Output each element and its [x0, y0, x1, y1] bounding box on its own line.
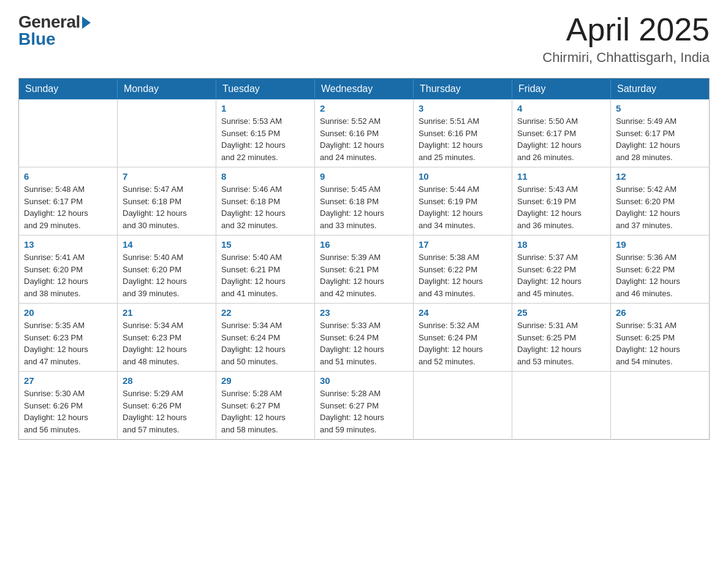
calendar-cell: 10Sunrise: 5:44 AM Sunset: 6:19 PM Dayli… — [414, 167, 512, 236]
calendar-cell: 3Sunrise: 5:51 AM Sunset: 6:16 PM Daylig… — [414, 99, 512, 167]
calendar-cell: 6Sunrise: 5:48 AM Sunset: 6:17 PM Daylig… — [19, 167, 118, 236]
page-header: General Blue April 2025 Chirmiri, Chhatt… — [18, 12, 710, 66]
day-info: Sunrise: 5:30 AM Sunset: 6:26 PM Dayligh… — [24, 388, 112, 435]
calendar-cell: 2Sunrise: 5:52 AM Sunset: 6:16 PM Daylig… — [315, 99, 414, 167]
day-number: 10 — [419, 171, 507, 182]
calendar-cell: 26Sunrise: 5:31 AM Sunset: 6:25 PM Dayli… — [611, 304, 710, 372]
day-number: 14 — [123, 239, 211, 250]
month-title: April 2025 — [542, 12, 710, 47]
calendar-cell: 4Sunrise: 5:50 AM Sunset: 6:17 PM Daylig… — [512, 99, 611, 167]
calendar-week-row: 20Sunrise: 5:35 AM Sunset: 6:23 PM Dayli… — [19, 304, 710, 372]
day-number: 1 — [221, 103, 309, 113]
calendar-cell: 17Sunrise: 5:38 AM Sunset: 6:22 PM Dayli… — [414, 236, 512, 304]
day-info: Sunrise: 5:50 AM Sunset: 6:17 PM Dayligh… — [517, 115, 605, 163]
day-info: Sunrise: 5:40 AM Sunset: 6:20 PM Dayligh… — [123, 251, 211, 299]
day-number: 25 — [517, 307, 605, 318]
calendar-cell: 11Sunrise: 5:43 AM Sunset: 6:19 PM Dayli… — [512, 167, 611, 236]
calendar-cell: 28Sunrise: 5:29 AM Sunset: 6:26 PM Dayli… — [118, 372, 216, 440]
day-number: 5 — [616, 103, 704, 113]
day-info: Sunrise: 5:48 AM Sunset: 6:17 PM Dayligh… — [24, 183, 112, 231]
day-number: 29 — [221, 375, 309, 386]
day-number: 15 — [221, 239, 309, 250]
calendar-cell: 13Sunrise: 5:41 AM Sunset: 6:20 PM Dayli… — [19, 236, 118, 304]
day-info: Sunrise: 5:32 AM Sunset: 6:24 PM Dayligh… — [419, 320, 507, 367]
day-info: Sunrise: 5:40 AM Sunset: 6:21 PM Dayligh… — [221, 251, 309, 299]
calendar-cell: 12Sunrise: 5:42 AM Sunset: 6:20 PM Dayli… — [611, 167, 710, 236]
calendar-week-row: 1Sunrise: 5:53 AM Sunset: 6:15 PM Daylig… — [19, 99, 710, 167]
calendar-cell — [19, 99, 118, 167]
day-info: Sunrise: 5:52 AM Sunset: 6:16 PM Dayligh… — [320, 115, 408, 163]
calendar-week-row: 27Sunrise: 5:30 AM Sunset: 6:26 PM Dayli… — [19, 372, 710, 440]
calendar-table: Sunday Monday Tuesday Wednesday Thursday… — [18, 78, 710, 440]
day-number: 7 — [123, 171, 211, 182]
day-number: 19 — [616, 239, 704, 250]
calendar-cell — [611, 372, 710, 440]
day-info: Sunrise: 5:42 AM Sunset: 6:20 PM Dayligh… — [616, 183, 704, 231]
calendar-cell: 8Sunrise: 5:46 AM Sunset: 6:18 PM Daylig… — [216, 167, 315, 236]
day-number: 20 — [24, 307, 112, 318]
calendar-cell: 15Sunrise: 5:40 AM Sunset: 6:21 PM Dayli… — [216, 236, 315, 304]
location-title: Chirmiri, Chhattisgarh, India — [542, 50, 710, 66]
day-info: Sunrise: 5:53 AM Sunset: 6:15 PM Dayligh… — [221, 115, 309, 163]
day-info: Sunrise: 5:33 AM Sunset: 6:24 PM Dayligh… — [320, 320, 408, 367]
logo: General Blue — [18, 12, 91, 49]
calendar-cell: 19Sunrise: 5:36 AM Sunset: 6:22 PM Dayli… — [611, 236, 710, 304]
calendar-cell: 5Sunrise: 5:49 AM Sunset: 6:17 PM Daylig… — [611, 99, 710, 167]
col-saturday: Saturday — [611, 79, 710, 100]
day-info: Sunrise: 5:43 AM Sunset: 6:19 PM Dayligh… — [517, 183, 605, 231]
day-number: 3 — [419, 103, 507, 113]
calendar-cell: 27Sunrise: 5:30 AM Sunset: 6:26 PM Dayli… — [19, 372, 118, 440]
calendar-cell: 7Sunrise: 5:47 AM Sunset: 6:18 PM Daylig… — [118, 167, 216, 236]
day-info: Sunrise: 5:28 AM Sunset: 6:27 PM Dayligh… — [221, 388, 309, 435]
col-tuesday: Tuesday — [216, 79, 315, 100]
day-info: Sunrise: 5:46 AM Sunset: 6:18 PM Dayligh… — [221, 183, 309, 231]
day-number: 28 — [123, 375, 211, 386]
logo-blue-text: Blue — [18, 29, 56, 49]
day-number: 4 — [517, 103, 605, 113]
day-info: Sunrise: 5:51 AM Sunset: 6:16 PM Dayligh… — [419, 115, 507, 163]
day-info: Sunrise: 5:31 AM Sunset: 6:25 PM Dayligh… — [517, 320, 605, 367]
day-info: Sunrise: 5:44 AM Sunset: 6:19 PM Dayligh… — [419, 183, 507, 231]
day-info: Sunrise: 5:31 AM Sunset: 6:25 PM Dayligh… — [616, 320, 704, 367]
day-info: Sunrise: 5:36 AM Sunset: 6:22 PM Dayligh… — [616, 251, 704, 299]
logo-arrow-icon — [82, 17, 91, 29]
day-info: Sunrise: 5:28 AM Sunset: 6:27 PM Dayligh… — [320, 388, 408, 435]
day-number: 12 — [616, 171, 704, 182]
calendar-cell: 24Sunrise: 5:32 AM Sunset: 6:24 PM Dayli… — [414, 304, 512, 372]
title-area: April 2025 Chirmiri, Chhattisgarh, India — [542, 12, 710, 66]
calendar-cell: 22Sunrise: 5:34 AM Sunset: 6:24 PM Dayli… — [216, 304, 315, 372]
calendar-week-row: 13Sunrise: 5:41 AM Sunset: 6:20 PM Dayli… — [19, 236, 710, 304]
calendar-cell — [414, 372, 512, 440]
day-info: Sunrise: 5:34 AM Sunset: 6:24 PM Dayligh… — [221, 320, 309, 367]
calendar-cell: 25Sunrise: 5:31 AM Sunset: 6:25 PM Dayli… — [512, 304, 611, 372]
col-sunday: Sunday — [19, 79, 118, 100]
day-number: 21 — [123, 307, 211, 318]
calendar-cell: 23Sunrise: 5:33 AM Sunset: 6:24 PM Dayli… — [315, 304, 414, 372]
calendar-cell: 9Sunrise: 5:45 AM Sunset: 6:18 PM Daylig… — [315, 167, 414, 236]
day-number: 11 — [517, 171, 605, 182]
day-number: 27 — [24, 375, 112, 386]
day-number: 13 — [24, 239, 112, 250]
calendar-cell: 14Sunrise: 5:40 AM Sunset: 6:20 PM Dayli… — [118, 236, 216, 304]
day-number: 6 — [24, 171, 112, 182]
calendar-cell — [512, 372, 611, 440]
day-info: Sunrise: 5:41 AM Sunset: 6:20 PM Dayligh… — [24, 251, 112, 299]
day-info: Sunrise: 5:45 AM Sunset: 6:18 PM Dayligh… — [320, 183, 408, 231]
calendar-cell: 1Sunrise: 5:53 AM Sunset: 6:15 PM Daylig… — [216, 99, 315, 167]
day-number: 22 — [221, 307, 309, 318]
col-thursday: Thursday — [414, 79, 512, 100]
calendar-cell — [118, 99, 216, 167]
day-info: Sunrise: 5:35 AM Sunset: 6:23 PM Dayligh… — [24, 320, 112, 367]
calendar-cell: 16Sunrise: 5:39 AM Sunset: 6:21 PM Dayli… — [315, 236, 414, 304]
day-number: 23 — [320, 307, 408, 318]
calendar-cell: 18Sunrise: 5:37 AM Sunset: 6:22 PM Dayli… — [512, 236, 611, 304]
calendar-header-row: Sunday Monday Tuesday Wednesday Thursday… — [19, 79, 710, 100]
day-info: Sunrise: 5:34 AM Sunset: 6:23 PM Dayligh… — [123, 320, 211, 367]
calendar-week-row: 6Sunrise: 5:48 AM Sunset: 6:17 PM Daylig… — [19, 167, 710, 236]
day-info: Sunrise: 5:29 AM Sunset: 6:26 PM Dayligh… — [123, 388, 211, 435]
calendar-cell: 20Sunrise: 5:35 AM Sunset: 6:23 PM Dayli… — [19, 304, 118, 372]
day-number: 26 — [616, 307, 704, 318]
calendar-cell: 30Sunrise: 5:28 AM Sunset: 6:27 PM Dayli… — [315, 372, 414, 440]
day-number: 18 — [517, 239, 605, 250]
col-monday: Monday — [118, 79, 216, 100]
